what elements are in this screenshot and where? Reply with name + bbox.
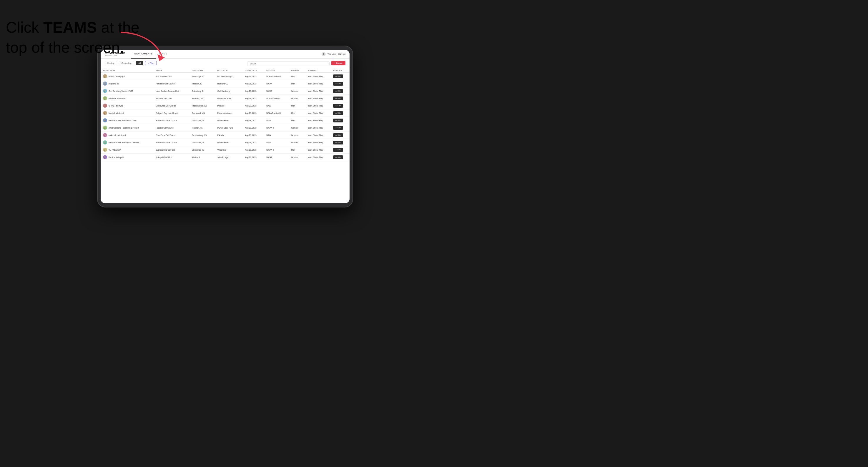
table-row: 🏌 VU PREVIEW Cypress Hills Golf Club Vin… [101, 146, 349, 154]
user-label: Test User | Sign out [328, 53, 345, 55]
cell-actions: ✏ Edit [331, 87, 349, 95]
edit-button[interactable]: ✏ Edit [333, 126, 343, 130]
edit-button[interactable]: ✏ Edit [333, 119, 343, 122]
search-input[interactable] [247, 62, 330, 66]
cell-scoring: team, Stroke Play [305, 95, 331, 102]
edit-label: Edit [338, 134, 340, 136]
cell-actions: ✏ Edit [331, 154, 349, 161]
edit-button[interactable]: ✏ Edit [333, 74, 343, 78]
cell-date: Aug 28, 2023 [243, 154, 264, 161]
team-icon: 🏌 [103, 148, 107, 152]
table-row: 🏌 upike fall invitational StoneCrest Gol… [101, 131, 349, 139]
event-name-label: Maverick Invitational [108, 97, 126, 99]
cell-venue: Edmundson Golf Course [153, 139, 189, 146]
cell-division: NAIA [264, 131, 289, 139]
cell-actions: ✏ Edit [331, 124, 349, 131]
col-city: CITY, STATE [190, 68, 215, 73]
instruction-line3: top of the screen. [6, 39, 124, 56]
cell-date: Aug 28, 2023 [243, 102, 264, 110]
table-row: 🏌 Klash at Kokopelli Kokopelli Golf Club… [101, 154, 349, 161]
pencil-icon: ✏ [335, 120, 337, 122]
team-icon: 🏌 [103, 111, 107, 115]
table-row: 🏌 Maverick Invitational Faribault Golf C… [101, 95, 349, 102]
pencil-icon: ✏ [335, 112, 337, 114]
team-icon: 🏌 [103, 74, 107, 78]
cell-venue: StoneCrest Golf Course [153, 131, 189, 139]
team-icon: 🏌 [103, 96, 107, 100]
edit-label: Edit [338, 120, 340, 121]
cell-division: NICAA II [264, 146, 289, 154]
event-name-label: VU PREVIEW [108, 149, 121, 151]
edit-label: Edit [338, 90, 340, 92]
edit-button[interactable]: ✏ Edit [333, 82, 343, 86]
search-box [247, 60, 330, 66]
edit-button[interactable]: ✏ Edit [333, 89, 343, 93]
pencil-icon: ✏ [335, 83, 337, 85]
cell-date: Aug 26, 2023 [243, 87, 264, 95]
cell-city: Hesston, KS [190, 124, 215, 131]
col-actions: ACTIONS [331, 68, 349, 73]
edit-button[interactable]: ✏ Edit [333, 155, 343, 159]
edit-label: Edit [338, 127, 340, 129]
cell-hosted: William Penn [215, 139, 243, 146]
event-name-label: Carl Sandburg Women FA23 [108, 90, 133, 92]
cell-gender: Men [289, 80, 305, 87]
cell-hosted: Mt. Saint Mary (NY) [215, 73, 243, 80]
edit-button[interactable]: ✏ Edit [333, 133, 343, 137]
team-icon: 🏌 [103, 103, 107, 108]
table-row: 🏌 MSMC Qualifying 1 The Powelton Club Ne… [101, 73, 349, 80]
cell-event-name: 🏌 UPIKE Fall Invite [101, 102, 153, 110]
cell-gender: Men [289, 146, 305, 154]
edit-button[interactable]: ✏ Edit [333, 111, 343, 115]
cell-event-name: 🏌 MSMC Qualifying 1 [101, 73, 153, 80]
edit-label: Edit [338, 149, 340, 151]
cell-venue: The Powelton Club [153, 73, 189, 80]
cell-scoring: team, Stroke Play [305, 73, 331, 80]
cell-event-name: 🏌 Morris Invitational [101, 110, 153, 117]
edit-button[interactable]: ✏ Edit [333, 141, 343, 145]
team-icon: 🏌 [103, 82, 107, 86]
edit-button[interactable]: ✏ Edit [333, 104, 343, 108]
cell-actions: ✏ Edit [331, 139, 349, 146]
cell-city: Deerwood, MN [190, 110, 215, 117]
edit-button[interactable]: ✏ Edit [333, 148, 343, 152]
cell-gender: Men [289, 73, 305, 80]
cell-hosted: William Penn [215, 117, 243, 124]
cell-gender: Women [289, 87, 305, 95]
cell-date: Aug 28, 2023 [243, 131, 264, 139]
cell-city: Oskaloosa, IA [190, 117, 215, 124]
team-icon: 🏌 [103, 155, 107, 159]
team-icon: 🏌 [103, 89, 107, 93]
event-name-label: Morris Invitational [108, 112, 124, 114]
col-start-date: START DATE [243, 68, 264, 73]
cell-event-name: 🏌 Fall Statesmen Invitational - Women [101, 139, 153, 146]
cell-division: NICAA I [264, 87, 289, 95]
event-name-label: upike fall invitational [108, 134, 126, 136]
cell-date: Aug 25, 2023 [243, 80, 264, 87]
table-row: 🏌 Highland 36 Park Hills Golf Course Fre… [101, 80, 349, 87]
table-container: EVENT NAME VENUE CITY, STATE HOSTED BY S… [101, 68, 349, 203]
table-row: 🏌 Fall Statesmen Invitational - Women Ed… [101, 139, 349, 146]
pencil-icon: ✏ [335, 97, 337, 99]
cell-scoring: team, Stroke Play [305, 154, 331, 161]
gear-icon[interactable]: ⚙ [321, 52, 326, 56]
cell-hosted: Pikeville [215, 131, 243, 139]
edit-button[interactable]: ✏ Edit [333, 96, 343, 100]
cell-hosted: Highland CC [215, 80, 243, 87]
cell-hosted: Pikeville [215, 102, 243, 110]
create-button[interactable]: + Create [331, 61, 345, 65]
event-name-label: UPIKE Fall Invite [108, 105, 123, 107]
instruction-bold: TEAMS [43, 19, 97, 36]
cell-division: NICAA I [264, 154, 289, 161]
edit-label: Edit [338, 75, 340, 77]
pencil-icon: ✏ [335, 105, 337, 107]
edit-label: Edit [338, 156, 340, 158]
cell-actions: ✏ Edit [331, 146, 349, 154]
cell-city: Prestonsburg, KY [190, 102, 215, 110]
cell-scoring: team, Stroke Play [305, 139, 331, 146]
event-name-label: Fall Statesmen Invitational - Women [108, 142, 139, 144]
cell-event-name: 🏌 upike fall invitational [101, 131, 153, 139]
cell-division: NCAA Division III [264, 73, 289, 80]
cell-gender: Women [289, 131, 305, 139]
cell-actions: ✏ Edit [331, 131, 349, 139]
